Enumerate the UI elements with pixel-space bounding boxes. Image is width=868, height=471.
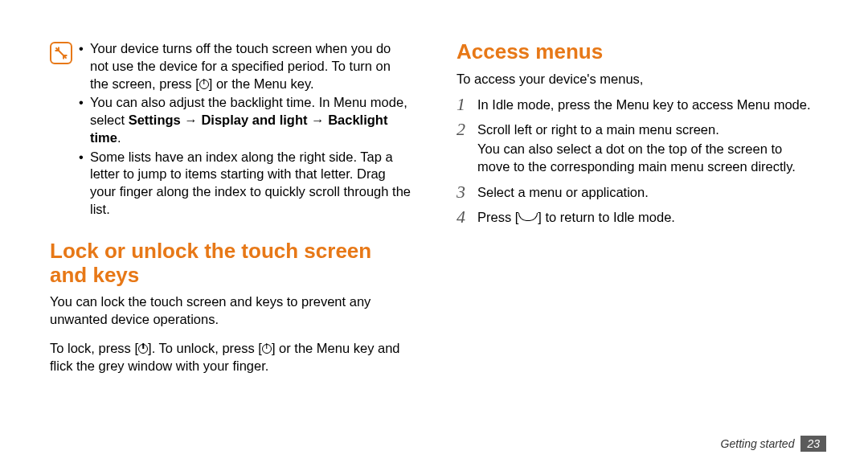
- note-item: You can also adjust the backlight time. …: [79, 94, 411, 146]
- heading-access-menus: Access menus: [457, 40, 818, 64]
- footer-page-number: 23: [800, 436, 826, 452]
- note-text: .: [117, 130, 121, 145]
- lock-paragraph-1: You can lock the touch screen and keys t…: [50, 293, 411, 329]
- step-pre: Press [: [477, 210, 518, 224]
- step-text: Select a menu or application.: [477, 184, 818, 202]
- heading-lock-unlock: Lock or unlock the touch screen and keys: [50, 240, 411, 288]
- step-number: 3: [457, 183, 477, 201]
- end-call-icon: [518, 213, 538, 221]
- step-item: 2 Scroll left or right to a main menu sc…: [457, 121, 818, 175]
- note-text: ] or the Menu key.: [209, 76, 314, 91]
- page-footer: Getting started 23: [721, 436, 826, 452]
- step-post: ] to return to Idle mode.: [538, 210, 675, 224]
- step-sub: You can also select a dot on the top of …: [477, 141, 818, 176]
- manual-page: Your device turns off the touch screen w…: [0, 0, 868, 471]
- power-icon: [199, 80, 209, 89]
- note-box: Your device turns off the touch screen w…: [50, 40, 411, 220]
- footer-section: Getting started: [721, 437, 795, 450]
- step-item: 1 In Idle mode, press the Menu key to ac…: [457, 96, 818, 114]
- step-main: Scroll left or right to a main menu scre…: [477, 122, 719, 137]
- left-column: Your device turns off the touch screen w…: [42, 40, 434, 447]
- power-icon: [138, 344, 148, 354]
- note-item: Some lists have an index along the right…: [79, 149, 411, 219]
- step-number: 2: [457, 121, 477, 138]
- step-item: 4 Press [] to return to Idle mode.: [457, 209, 818, 227]
- note-text: Some lists have an index along the right…: [90, 149, 411, 216]
- note-icon: [50, 42, 72, 64]
- note-bold-path: Settings → Display and light → Backlight…: [90, 113, 387, 145]
- access-intro: To access your device's menus,: [457, 71, 818, 88]
- power-icon: [262, 344, 272, 354]
- p2-mid: ]. To unlock, press [: [148, 341, 262, 355]
- step-text: Press [] to return to Idle mode.: [477, 209, 818, 227]
- p2-pre: To lock, press [: [50, 341, 138, 355]
- steps-list: 1 In Idle mode, press the Menu key to ac…: [457, 96, 818, 227]
- right-column: Access menus To access your device's men…: [434, 40, 826, 447]
- step-text: Scroll left or right to a main menu scre…: [477, 121, 818, 175]
- step-text: In Idle mode, press the Menu key to acce…: [477, 96, 818, 114]
- note-item: Your device turns off the touch screen w…: [79, 40, 411, 92]
- step-number: 4: [457, 208, 477, 226]
- step-number: 1: [457, 96, 477, 113]
- step-item: 3 Select a menu or application.: [457, 184, 818, 202]
- note-list: Your device turns off the touch screen w…: [79, 40, 411, 220]
- lock-paragraph-2: To lock, press []. To unlock, press [] o…: [50, 340, 411, 375]
